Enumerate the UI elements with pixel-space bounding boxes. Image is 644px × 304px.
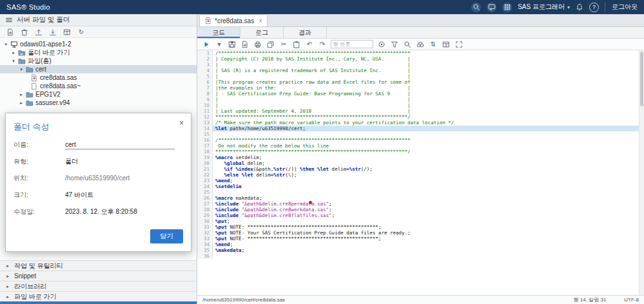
delete-icon[interactable] [20, 28, 29, 37]
code-line-33[interactable]: 33%put NOTE- ***************************… [197, 236, 644, 242]
code-line-20[interactable]: 20 %global delim; [197, 160, 644, 166]
help-icon[interactable]: ? [589, 3, 599, 12]
code-line-29[interactable]: 29%include "&path&delim.cre8flatfiles.sa… [197, 213, 644, 218]
code-line-32[interactable]: 32%put NOTE- Your SAS Certification Prep… [197, 230, 644, 236]
snippets-icon[interactable] [416, 40, 425, 49]
sidebar-item-tasks-utilities[interactable]: ▸ 작업 및 유틸리티 [0, 260, 197, 271]
tree-item-sasuser[interactable]: ▸ sasuser.v94 [0, 99, 197, 107]
code-line-5[interactable]: 5| | [197, 73, 644, 79]
code-line-15[interactable]: 15 [197, 131, 644, 137]
tab-code[interactable]: 코드 [197, 27, 240, 38]
chevron-expanded-icon[interactable]: ▾ [19, 67, 24, 72]
copy-button[interactable] [266, 40, 275, 49]
files-panel-header[interactable]: 서버 파일 및 폴더 [0, 14, 197, 26]
logout-button[interactable]: 로그아웃 [605, 3, 638, 12]
apps-grid-icon[interactable] [502, 3, 512, 12]
tab-log[interactable]: 로그 [240, 27, 284, 38]
tree-item-cert[interactable]: ▾ cert [0, 65, 197, 73]
table-view-icon[interactable] [63, 28, 72, 37]
close-icon[interactable]: × [179, 119, 184, 127]
more-options-button[interactable]: ▾ [215, 40, 224, 49]
code-line-10[interactable]: 10| | [197, 102, 644, 108]
redo-button[interactable]: ↷ [318, 40, 327, 49]
profile-menu[interactable]: SAS 프로그래머 ▾ [518, 3, 570, 12]
save-button[interactable] [228, 40, 237, 49]
close-icon[interactable]: × [259, 17, 262, 24]
new-icon[interactable] [6, 28, 15, 37]
download-icon[interactable] [48, 28, 57, 37]
code-line-27[interactable]: 27%include "&path&delim.cre8permdata.sas… [197, 201, 644, 207]
code-line-21[interactable]: 21 %if %index(&path,%str(/)) %then %let … [197, 166, 644, 172]
notifications-bell-icon[interactable] [576, 3, 583, 11]
code-line-19[interactable]: 19%macro setdelim; [197, 155, 644, 160]
search-icon[interactable] [471, 3, 481, 12]
code-line-22[interactable]: 22 %else %let delim=%str(\); [197, 172, 644, 178]
chevron-expanded-icon[interactable]: ▾ [11, 59, 16, 64]
chevron-expanded-icon[interactable]: ▾ [3, 42, 8, 47]
tab-cre8data-sas[interactable]: *cre8data.sas × [199, 14, 268, 26]
close-button[interactable]: 닫기 [150, 229, 183, 243]
refresh-icon[interactable]: ↻ [77, 28, 86, 37]
sidebar-item-snippets[interactable]: ▸ Snippet [0, 271, 197, 281]
code-line-11[interactable]: 11| Last updated: September 4, 2018 | [197, 108, 644, 114]
dialog-footer: 닫기 [6, 227, 191, 251]
new-program-button[interactable] [240, 40, 249, 49]
code-line-13[interactable]: 13/* Make sure the path macro variable p… [197, 120, 644, 126]
editor-scrollbar[interactable] [639, 50, 644, 295]
filter-icon[interactable] [390, 40, 399, 49]
code-line-36[interactable]: 36 [197, 253, 644, 259]
tree-item-folder-shortcuts[interactable]: ▸ 폴더 바로 가기 [0, 48, 197, 57]
code-line-24[interactable]: 24%setdelim [197, 184, 644, 189]
code-line-12[interactable]: 12**************************************… [197, 114, 644, 120]
code-line-8[interactable]: 8| - SAS Certification Prep Guide: Base … [197, 91, 644, 97]
chevron-collapsed-icon[interactable]: ▸ [11, 50, 16, 55]
code-line-31[interactable]: 31%put NOTE: ***************************… [197, 224, 644, 230]
print-button[interactable] [253, 40, 262, 49]
tree-item-files-home[interactable]: ▾ 파일(홈) [0, 57, 197, 65]
code-line-35[interactable]: 35%makedata; [197, 247, 644, 253]
grid-icon[interactable] [442, 40, 451, 49]
tree-item-epg1v2[interactable]: ▸ EPG1V2 [0, 90, 197, 99]
cut-button[interactable]: ✂ [279, 40, 288, 49]
folder-icon [26, 66, 34, 73]
tree-item-cre8data-sas-backup[interactable]: cre8data.sas~ [0, 82, 197, 90]
chevron-collapsed-icon[interactable]: ▸ [19, 100, 24, 106]
code-line-7[interactable]: 7|the examples in the: | [197, 85, 644, 91]
code-editor[interactable]: 1/**************************************… [197, 50, 644, 295]
code-line-26[interactable]: 26%macro makedata; [197, 195, 644, 201]
sidebar-item-file-shortcuts[interactable]: ▸ 파일 바로 가기 [0, 291, 197, 301]
field-modified: 수정일: 2023. 8. 12. 오후 8:20:58 [14, 207, 183, 216]
syntax-check-icon[interactable] [377, 40, 386, 49]
code-line-16[interactable]: 16/*************************************… [197, 137, 644, 143]
code-line-28[interactable]: 28%include "&path&delim.cre8workdata.sas… [197, 207, 644, 213]
code-line-9[interactable]: 9| | [197, 97, 644, 102]
sidebar-item-libraries[interactable]: ▸ 라이브러리 [0, 281, 197, 291]
code-line-6[interactable]: 6|This program creates practice raw data… [197, 79, 644, 85]
tree-item-cre8data-sas[interactable]: cre8data.sas [0, 73, 197, 82]
code-line-25[interactable]: 25 [197, 189, 644, 195]
code-line-14[interactable]: 14%let path=/home/u63519990/cert; [197, 126, 644, 131]
tree-item-server[interactable]: ▾ odaws01-apse1-2 [0, 40, 197, 48]
paste-button[interactable] [292, 40, 301, 49]
tab-results[interactable]: 결과 [284, 27, 327, 38]
goto-line-input[interactable] [331, 40, 373, 48]
undo-button[interactable]: ↶ [305, 40, 314, 49]
swap-icon[interactable]: ⇅ [429, 40, 438, 49]
messages-icon[interactable] [487, 3, 496, 12]
code-line-1[interactable]: 1/**************************************… [197, 50, 644, 56]
find-icon[interactable] [403, 40, 412, 49]
run-button[interactable] [202, 40, 211, 49]
code-line-34[interactable]: 34%mend; [197, 242, 644, 247]
code-line-3[interactable]: 3| | [197, 62, 644, 68]
code-line-17[interactable]: 17 Do not modify the code below this lin… [197, 143, 644, 149]
name-field[interactable]: cert [65, 141, 175, 149]
code-line-18[interactable]: 18**************************************… [197, 149, 644, 155]
code-line-4[interactable]: 4| SAS (R) is a registered trademark of … [197, 68, 644, 73]
upload-icon[interactable] [34, 28, 43, 37]
code-line-2[interactable]: 2| Copyright (C) 2018 by SAS Institute I… [197, 56, 644, 62]
maximize-icon[interactable] [454, 40, 463, 49]
code-line-30[interactable]: 30%put; [197, 218, 644, 224]
scrollbar-thumb[interactable] [640, 52, 643, 106]
chevron-collapsed-icon[interactable]: ▸ [19, 92, 24, 97]
code-line-23[interactable]: 23%mend; [197, 178, 644, 184]
